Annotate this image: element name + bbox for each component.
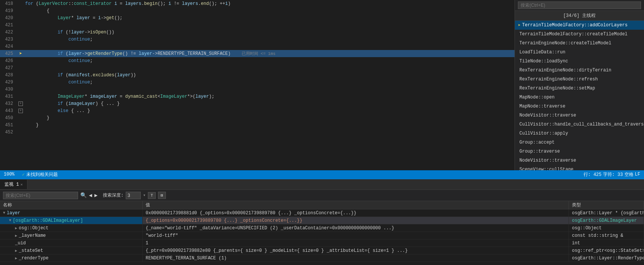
panel-tabs: 监视 1 ✕ (0, 179, 644, 190)
watch-row-2[interactable]: ▶ osg::Object{_name="world-tiff" _dataVa… (0, 224, 644, 232)
watch-row-1[interactable]: ▼ [osgEarth::GDALImageLayer]{_options=0x… (0, 217, 644, 224)
callstack-item-label: MapNode::open (519, 95, 555, 100)
watch-row-6[interactable]: ▶ _renderTypeRENDERTYPE_TERRAIN_SURFACE … (0, 254, 644, 262)
line-number: 421 (0, 23, 17, 28)
watch-value-cell: RENDERTYPE_TERRAIN_SURFACE (1) (143, 254, 569, 262)
col-name-header: 名称 (0, 201, 143, 209)
line-code: Layer* layer = i->get(); (24, 15, 515, 21)
line-number: 429 (0, 80, 17, 85)
line-number: 425 (0, 51, 17, 56)
collapse-button[interactable]: + (18, 101, 23, 106)
nav-forward-icon[interactable]: ▶ (94, 192, 97, 198)
line-number: 431 (0, 94, 17, 99)
line-number: 452 (0, 130, 17, 135)
collapse-button[interactable]: + (18, 109, 23, 113)
watch-search-input[interactable] (3, 192, 78, 199)
watch-row-0[interactable]: ▼ layer0x000000217398881d0 {_options=0x0… (0, 209, 644, 217)
callstack-item-13[interactable]: Group::accept (515, 138, 644, 147)
callstack-item-5[interactable]: RexTerrainEngineNode::dirtyTerrain (515, 66, 644, 75)
line-number: 419 (0, 8, 17, 14)
expand-icon[interactable]: ▶ (15, 248, 17, 253)
depth-dropdown-icon[interactable]: ▾ (143, 192, 146, 198)
code-content: 418for (LayerVector::const_iterator i = … (0, 0, 515, 170)
current-line-arrow: ➤ (19, 50, 22, 57)
callstack-item-0[interactable]: ➤ TerrainTileModelFactory::addColorLayer… (515, 21, 644, 30)
search-depth-label: 搜索深度: (103, 192, 123, 198)
status-problems: ✓ 未找到相关问题 (22, 171, 58, 178)
watch-name-cell: ▼ [osgEarth::GDALImageLayer] (0, 217, 143, 224)
search-icon: 🔍 (80, 192, 87, 198)
expand-icon[interactable]: ▶ (15, 233, 17, 238)
watch-tab[interactable]: 监视 1 ✕ (0, 180, 27, 189)
watch-panel-main: 🔍 ◀ ▶ 搜索深度: ▾ T ⊞ 名称 值 类型 ▼ layer0x00000… (0, 190, 644, 265)
callstack-header: [34/6] 主线程 (515, 11, 644, 21)
callstack-item-8[interactable]: MapNode::open (515, 93, 644, 102)
line-number: 443 (0, 108, 17, 114)
expand-icon[interactable]: ▼ (3, 211, 5, 215)
filter-btn[interactable]: T (148, 192, 156, 199)
callstack-item-4[interactable]: TileNode::loadSync (515, 57, 644, 66)
watch-type-cell: osgEarth::GDALImageLayer (569, 217, 644, 224)
line-code: continue; (24, 58, 515, 64)
watch-type-cell: osgEarth::Layer::RenderType (569, 254, 644, 262)
expand-icon[interactable]: ▼ (9, 218, 11, 223)
char-text: 字符: 33 (603, 171, 623, 178)
line-gutter: + (17, 109, 24, 113)
callstack-item-label: Group::accept (519, 140, 555, 145)
expand-icon[interactable]: ▶ (15, 226, 17, 230)
line-gutter: + (17, 101, 24, 106)
bottom-panel: 监视 1 ✕ 🔍 ◀ ▶ 搜索深度: ▾ T ⊞ 名称 值 类型 ▼ layer… (0, 179, 644, 265)
callstack-item-11[interactable]: CullVisitor::handle_cull_callbacks_and_t… (515, 120, 644, 129)
watch-value-cell: 1 (143, 239, 569, 247)
callstack-search-input[interactable] (518, 2, 641, 9)
watch-name: layer (7, 210, 20, 216)
line-number: 422 (0, 30, 17, 35)
callstack-item-14[interactable]: Group::traverse (515, 147, 644, 156)
watch-row-5[interactable]: ▶ _stateSet{_ptr=0x0000021739882e80 {_pa… (0, 247, 644, 254)
callstack-item-15[interactable]: NodeVisitor::traverse (515, 156, 644, 165)
line-number: 423 (0, 37, 17, 42)
watch-name-cell: ▼ layer (0, 209, 143, 217)
nav-back-icon[interactable]: ◀ (89, 192, 92, 198)
watch-row-3[interactable]: ▶ _layerName"world-tiff"const std::strin… (0, 232, 644, 239)
callstack-item-16[interactable]: SceneView::cullStage (515, 165, 644, 170)
callstack-panel: [34/6] 主线程 ➤ TerrainTileModelFactory::ad… (515, 0, 644, 170)
watch-name-cell: ▶ osg::Object (0, 224, 143, 232)
code-line-424: 424 (0, 43, 515, 50)
search-depth-input[interactable] (126, 192, 141, 199)
line-code: else { ... } (24, 108, 515, 114)
callstack-item-10[interactable]: NodeVisitor::traverse (515, 111, 644, 120)
watch-name-cell: _uid (0, 239, 143, 247)
code-line-420: 420 Layer* layer = i->get(); (0, 14, 515, 21)
callstack-item-2[interactable]: TerrainEngineNode::createTileModel (515, 39, 644, 48)
watch-value-cell: 0x000000217398881d0 {_options=0x00000217… (143, 209, 569, 217)
spaces-text: 空格 (624, 171, 633, 178)
callstack-item-3[interactable]: LoadTileData::run (515, 48, 644, 57)
line-number: 426 (0, 58, 17, 64)
code-line-429: 429 continue; (0, 79, 515, 86)
code-line-443: 443+ else { ... } (0, 107, 515, 114)
watch-tab-label: 监视 1 (5, 181, 19, 188)
line-number: 424 (0, 44, 17, 49)
callstack-item-label: RexTerrainEngineNode::setMap (519, 86, 595, 91)
expand-icon[interactable]: ▶ (15, 256, 17, 260)
callstack-item-9[interactable]: MapNode::traverse (515, 102, 644, 111)
watch-row-4[interactable]: _uid1int (0, 239, 644, 247)
line-number: 450 (0, 115, 17, 121)
line-code: continue; (24, 37, 515, 42)
watch-value-cell: "world-tiff" (143, 232, 569, 239)
format-btn[interactable]: ⊞ (158, 192, 166, 199)
current-frame-icon: ➤ (518, 23, 521, 28)
callstack-item-7[interactable]: RexTerrainEngineNode::setMap (515, 84, 644, 93)
callstack-item-label: LoadTileData::run (519, 50, 565, 55)
code-line-430: 430 (0, 86, 515, 93)
callstack-item-1[interactable]: TerrainTileModelFactory::createTileModel (515, 30, 644, 39)
problems-text: 未找到相关问题 (26, 171, 58, 178)
watch-type-cell: const std::string & (569, 232, 644, 239)
callstack-item-6[interactable]: RexTerrainEngineNode::refresh (515, 75, 644, 84)
code-editor: 418for (LayerVector::const_iterator i = … (0, 0, 515, 170)
watch-tab-close[interactable]: ✕ (20, 182, 23, 187)
watch-value-cell: {_options=0x0000021739889780 {...} _opti… (143, 217, 569, 224)
line-number: 428 (0, 73, 17, 78)
callstack-item-12[interactable]: CullVisitor::apply (515, 129, 644, 138)
